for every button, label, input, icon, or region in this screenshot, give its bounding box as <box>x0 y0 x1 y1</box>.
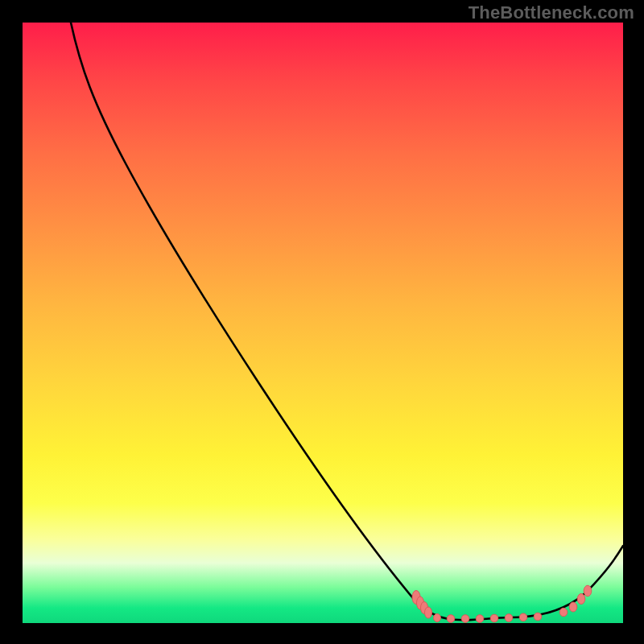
marker-dot <box>505 614 513 622</box>
marker-dot <box>490 614 498 622</box>
marker-dot <box>476 615 484 623</box>
marker-dot <box>519 613 527 621</box>
watermark-text: TheBottleneck.com <box>469 2 634 23</box>
bottleneck-curve <box>71 23 623 620</box>
curve-layer <box>23 23 623 623</box>
marker-dot <box>559 608 568 616</box>
marker-dot <box>425 607 432 618</box>
marker-dot <box>534 613 542 621</box>
marker-dot <box>461 615 469 623</box>
marker-dot <box>577 594 585 605</box>
marker-dot <box>584 585 592 597</box>
marker-dot <box>569 602 577 612</box>
plot-area <box>23 23 623 623</box>
marker-dot <box>434 614 441 622</box>
marker-dot <box>447 615 455 623</box>
chart-frame: TheBottleneck.com <box>0 0 644 644</box>
